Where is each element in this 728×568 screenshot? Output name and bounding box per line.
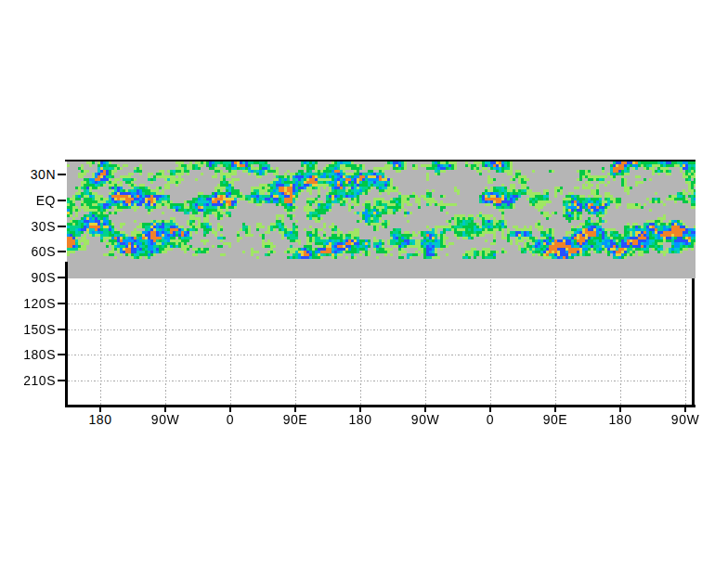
x-tick-label: 90W [133,412,198,427]
h-gridline [68,355,692,355]
y-tick-mark [58,354,66,355]
v-gridline [490,279,491,405]
x-tick-label: 0 [458,412,523,427]
y-tick-mark [58,380,66,381]
y-tick-mark [58,277,66,278]
x-tick-mark [619,407,621,412]
plot-frame-left [65,262,68,407]
x-tick-mark [684,407,686,412]
h-gridline [68,329,692,330]
x-tick-label: 180 [328,412,393,427]
x-tick-mark [229,407,231,412]
x-tick-label: 90W [653,412,718,427]
x-tick-label: 180 [588,412,653,427]
y-tick-mark [58,226,66,227]
x-tick-label: 0 [198,412,263,427]
y-tick-label-30n: 30N [0,167,56,182]
y-tick-mark [58,303,66,304]
v-gridline [620,279,621,405]
x-tick-mark [554,407,556,412]
v-gridline [360,279,361,405]
x-tick-mark [164,407,166,412]
y-tick-label-90s: 90S [0,270,56,285]
x-tick-label: 90W [393,412,458,427]
x-tick-mark [359,407,361,412]
plot-frame-top [65,160,696,161]
x-tick-label: 90E [263,412,328,427]
x-tick-label: 90E [523,412,588,427]
v-gridline [165,279,166,405]
x-tick-mark [99,407,101,412]
y-tick-mark [58,174,66,175]
v-gridline [685,279,686,405]
y-tick-label-60s: 60S [0,244,56,259]
plot-frame-bottom [65,405,696,407]
y-tick-label-210s: 210S [0,373,56,388]
plot-frame-right [692,278,695,407]
y-tick-mark [58,251,66,252]
y-tick-mark [58,329,66,330]
shaded-field-canvas [67,161,696,278]
x-tick-mark [489,407,491,412]
x-tick-mark [424,407,426,412]
h-gridline [68,381,692,381]
y-tick-mark [58,200,66,201]
x-tick-mark [294,407,296,412]
y-tick-label-30s: 30S [0,219,56,234]
y-tick-label-120s: 120S [0,296,56,311]
v-gridline [295,279,296,405]
y-tick-label-eq: EQ [0,193,56,208]
map-plot: 30NEQ30S60S90S120S150S180S210S 18090W090… [0,0,728,568]
v-gridline [100,279,101,405]
v-gridline [425,279,426,405]
v-gridline [555,279,556,405]
y-tick-label-180s: 180S [0,347,56,362]
x-tick-label: 180 [68,412,133,427]
y-tick-label-150s: 150S [0,322,56,337]
v-gridline [230,279,231,405]
h-gridline [68,303,692,304]
